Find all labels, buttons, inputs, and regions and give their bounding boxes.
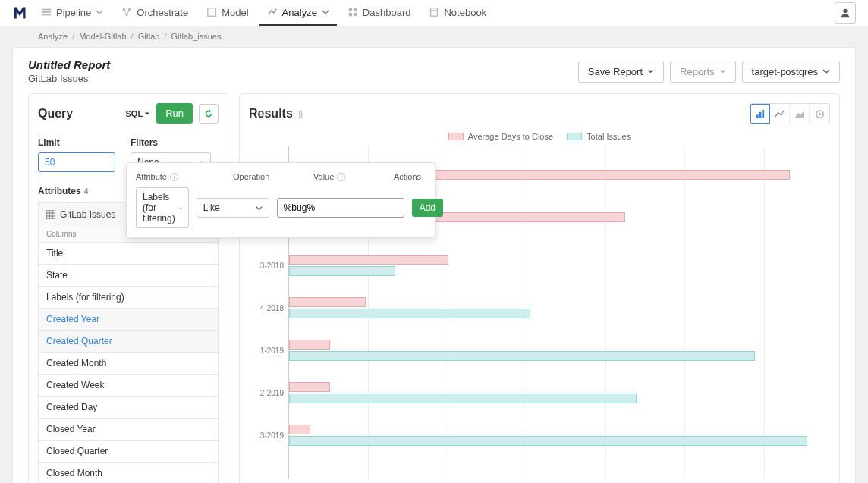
table-icon [46,210,55,219]
data-source-label: GitLab Issues [60,209,115,220]
nav-notebook[interactable]: Notebook [421,0,494,26]
main-nav: Pipeline Orchestrate Model Analyze Dashb… [33,0,494,26]
chart-type-line-button[interactable] [770,104,790,124]
info-icon[interactable]: i [337,173,345,181]
area-chart-icon [794,109,804,119]
legend-swatch-pink [448,133,464,140]
line-chart-icon [775,109,785,119]
attribute-item[interactable]: Created Year [39,308,218,330]
chart-type-area-button[interactable] [790,104,810,124]
nav-model[interactable]: Model [199,0,256,26]
breadcrumb-item[interactable]: Analyze [38,32,68,41]
bar-avg-days[interactable] [289,297,366,307]
attribute-item[interactable]: Created Month [39,352,218,374]
report-card: Untitled Report GitLab Issues Save Repor… [12,47,856,483]
nav-pipeline[interactable]: Pipeline [33,0,111,26]
attribute-item[interactable]: Closed Month [39,462,218,483]
button-label: Reports [680,66,715,77]
filters-label: Filters [131,137,219,148]
limit-input[interactable] [38,152,115,172]
target-select-button[interactable]: target-postgres [742,61,840,83]
svg-rect-7 [349,8,352,11]
legend-label: Total Issues [587,132,631,141]
query-panel: Query SQL Run Limit [28,93,228,483]
chart-type-bar-button[interactable] [750,104,770,124]
info-icon[interactable]: i [170,173,178,181]
chevron-down-icon [256,205,263,212]
popover-header-operation: Operation [233,172,269,181]
attribute-item[interactable]: Created Week [39,374,218,396]
attributes-list: Title State Labels (for filtering) Creat… [38,242,219,483]
attribute-item[interactable]: Labels (for filtering) [39,286,218,308]
nav-analyze[interactable]: Analyze [259,0,337,26]
refresh-icon [203,108,214,119]
topbar: Pipeline Orchestrate Model Analyze Dashb… [0,0,868,26]
select-value: Like [203,202,220,213]
svg-rect-0 [42,9,51,11]
limit-label: Limit [38,137,115,148]
svg-rect-10 [354,13,357,16]
bar-total-issues[interactable] [289,436,807,446]
legend-label: Average Days to Close [468,132,553,141]
svg-rect-11 [431,8,438,17]
filter-add-button[interactable]: Add [412,199,443,217]
analyze-icon [267,7,278,17]
svg-rect-20 [759,111,761,118]
bar-avg-days[interactable] [289,425,310,434]
nav-label: Notebook [444,7,486,18]
nav-label: Analyze [282,7,317,18]
breadcrumb: Analyze/ Model-Gitlab/ Gitlab/ Gitlab_is… [0,26,868,47]
attribute-item[interactable]: Closed Year [39,418,218,440]
svg-rect-1 [42,11,51,13]
chevron-down-icon [179,205,182,212]
chart-settings-button[interactable] [810,104,829,124]
breadcrumb-item[interactable]: Model-Gitlab [79,32,126,41]
nav-dashboard[interactable]: Dashboard [340,0,419,26]
svg-point-13 [843,9,847,13]
attributes-count: 4 [84,187,89,196]
attribute-item[interactable]: Title [39,242,218,264]
user-menu-button[interactable] [835,2,856,24]
bar-avg-days[interactable] [289,340,330,350]
reports-button[interactable]: Reports [670,61,736,83]
panel-title: Query [38,107,73,121]
nav-orchestrate[interactable]: Orchestrate [114,0,196,26]
filter-operation-select[interactable]: Like [197,198,269,218]
svg-rect-21 [762,109,764,118]
results-count: 9 [298,111,303,119]
breadcrumb-item[interactable]: Gitlab [138,32,160,41]
svg-point-23 [819,113,821,115]
y-tick-label: 3-2018 [260,262,284,270]
popover-header-value: Value [313,172,334,181]
attribute-item[interactable]: Closed Quarter [39,440,218,462]
filter-value-input[interactable] [277,198,404,218]
save-report-button[interactable]: Save Report [578,61,664,83]
bar-avg-days[interactable] [289,382,330,392]
nav-label: Pipeline [56,7,91,18]
chart-toolbar [750,103,830,124]
bar-chart-icon [756,109,766,119]
refresh-button[interactable] [199,104,219,124]
attribute-item[interactable]: State [39,264,218,286]
sql-link[interactable]: SQL [126,109,151,118]
caret-down-icon [144,111,150,117]
notebook-icon [429,7,439,17]
attribute-item[interactable]: Created Quarter [39,330,218,352]
bar-total-issues[interactable] [289,394,637,403]
app-logo [12,5,27,20]
chevron-down-icon [822,67,830,75]
nav-label: Model [222,7,248,18]
run-button[interactable]: Run [156,103,193,124]
nav-label: Dashboard [363,7,411,18]
caret-down-icon [719,68,726,75]
bar-total-issues[interactable] [289,309,530,318]
legend-item: Total Issues [567,132,631,141]
svg-rect-2 [42,14,51,16]
chevron-down-icon [322,8,329,16]
bar-total-issues[interactable] [289,266,395,276]
filter-attribute-select[interactable]: Labels (for filtering) [136,187,189,228]
breadcrumb-item[interactable]: Gitlab_issues [171,32,221,41]
bar-total-issues[interactable] [289,351,755,361]
bar-avg-days[interactable] [289,255,448,265]
attribute-item[interactable]: Created Day [39,396,218,418]
